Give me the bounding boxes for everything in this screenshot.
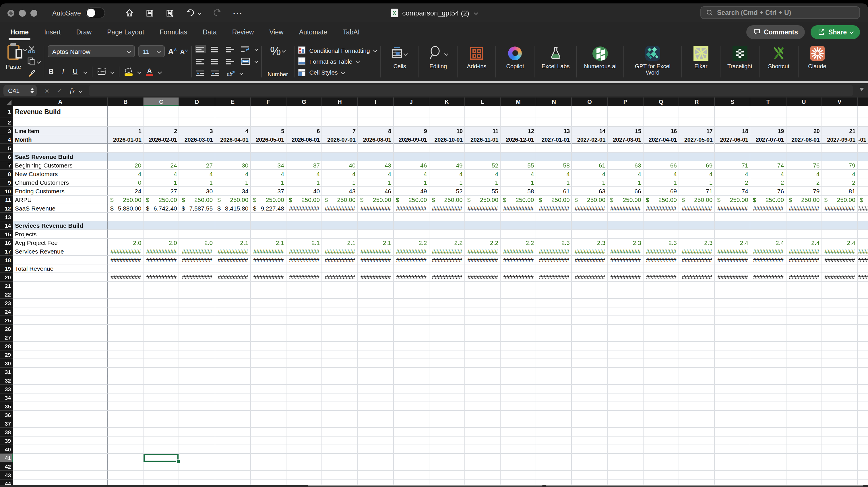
cell-W8[interactable]: [858, 170, 868, 178]
cell-C8[interactable]: 4: [144, 170, 179, 178]
cell-I12[interactable]: ##########: [358, 204, 394, 213]
cell-V23[interactable]: [822, 299, 858, 307]
cell-W3[interactable]: [858, 127, 868, 135]
cell-T35[interactable]: [751, 402, 786, 411]
cell-O29[interactable]: [572, 351, 608, 359]
cell-C43[interactable]: [144, 471, 179, 480]
cell-M34[interactable]: [501, 393, 536, 402]
cell-H9[interactable]: -1: [322, 178, 358, 187]
cell-H43[interactable]: [322, 471, 358, 480]
cell-V8[interactable]: 4: [822, 170, 858, 178]
cell-E28[interactable]: [215, 342, 251, 351]
cell-H32[interactable]: [322, 376, 358, 385]
row-header-28[interactable]: 28: [0, 342, 13, 351]
cell-U32[interactable]: [786, 376, 822, 385]
cell-G5[interactable]: [286, 144, 322, 153]
cell-N43[interactable]: [536, 471, 572, 480]
cell-O25[interactable]: [572, 316, 608, 325]
row-header-11[interactable]: 11: [0, 196, 13, 204]
cell-W9[interactable]: [858, 178, 868, 187]
cell-F7[interactable]: 34: [251, 161, 286, 170]
cell-K24[interactable]: [429, 307, 465, 316]
cell-D33[interactable]: [179, 385, 215, 393]
cell-S35[interactable]: [715, 402, 750, 411]
cell-W31[interactable]: [858, 368, 868, 376]
cell-V29[interactable]: [822, 351, 858, 359]
cell-T15[interactable]: [751, 230, 786, 239]
cell-K27[interactable]: [429, 333, 465, 342]
cell-F3[interactable]: 5: [251, 127, 286, 135]
cell-A33[interactable]: [13, 385, 108, 393]
cell-M2[interactable]: [501, 118, 536, 127]
cell-N19[interactable]: [536, 264, 572, 273]
cell-U5[interactable]: [786, 144, 822, 153]
cell-P3[interactable]: 15: [608, 127, 643, 135]
cell-E24[interactable]: [215, 307, 251, 316]
cell-L37[interactable]: [465, 419, 501, 428]
cell-U9[interactable]: -2: [786, 178, 822, 187]
cell-K6[interactable]: [429, 153, 465, 161]
cell-W37[interactable]: [858, 419, 868, 428]
cell-K16[interactable]: 2.2: [429, 239, 465, 247]
cell-Q43[interactable]: [644, 471, 679, 480]
cell-K3[interactable]: 10: [429, 127, 465, 135]
row-header-31[interactable]: 31: [0, 368, 13, 376]
cell-E21[interactable]: [215, 282, 251, 290]
cell-G13[interactable]: [286, 213, 322, 221]
cell-M28[interactable]: [501, 342, 536, 351]
cell-U8[interactable]: 4: [786, 170, 822, 178]
cell-P43[interactable]: [608, 471, 643, 480]
cell-P37[interactable]: [608, 419, 643, 428]
row-header-15[interactable]: 15: [0, 230, 13, 239]
cell-R2[interactable]: [679, 118, 715, 127]
cell-E14[interactable]: [215, 221, 251, 230]
column-header-J[interactable]: J: [394, 98, 429, 106]
cell-A13[interactable]: [13, 213, 108, 221]
cell-F23[interactable]: [251, 299, 286, 307]
cell-O7[interactable]: 61: [572, 161, 608, 170]
cell-T23[interactable]: [751, 299, 786, 307]
cell-M32[interactable]: [501, 376, 536, 385]
cell-O8[interactable]: 4: [572, 170, 608, 178]
cell-I38[interactable]: [358, 428, 394, 436]
cell-T19[interactable]: [751, 264, 786, 273]
cell-R13[interactable]: [679, 213, 715, 221]
cell-F25[interactable]: [251, 316, 286, 325]
cell-P27[interactable]: [608, 333, 643, 342]
cell-G24[interactable]: [286, 307, 322, 316]
cell-E3[interactable]: 4: [215, 127, 251, 135]
cell-N20[interactable]: ##########: [536, 273, 572, 282]
cell-C41[interactable]: [144, 454, 179, 462]
wrap-text-icon[interactable]: [240, 45, 251, 53]
cell-A24[interactable]: [13, 307, 108, 316]
cell-K11[interactable]: $250.00: [429, 196, 465, 204]
cell-N17[interactable]: ##########: [536, 247, 572, 256]
cell-A26[interactable]: [13, 325, 108, 333]
cell-K42[interactable]: [429, 462, 465, 471]
column-header-D[interactable]: D: [179, 98, 215, 106]
cell-P6[interactable]: [608, 153, 643, 161]
cell-E12[interactable]: $8,415.80: [215, 204, 251, 213]
cell-A18[interactable]: [13, 256, 108, 264]
cell-D19[interactable]: [179, 264, 215, 273]
cell-T26[interactable]: [751, 325, 786, 333]
cell-O15[interactable]: [572, 230, 608, 239]
tracelight-button[interactable]: Tracelight: [724, 43, 756, 80]
redo-button[interactable]: [212, 8, 222, 18]
cell-B13[interactable]: [108, 213, 144, 221]
cell-O26[interactable]: [572, 325, 608, 333]
cell-F29[interactable]: [251, 351, 286, 359]
cell-N39[interactable]: [536, 436, 572, 445]
cell-R18[interactable]: ##########: [679, 256, 715, 264]
cell-F38[interactable]: [251, 428, 286, 436]
cell-P1[interactable]: [608, 106, 643, 118]
cell-O34[interactable]: [572, 393, 608, 402]
row-header-23[interactable]: 23: [0, 299, 13, 307]
cell-D23[interactable]: [179, 299, 215, 307]
close-window-button[interactable]: [7, 9, 14, 17]
cell-B30[interactable]: [108, 359, 144, 368]
cell-S33[interactable]: [715, 385, 750, 393]
cell-S9[interactable]: -2: [715, 178, 750, 187]
cell-Q39[interactable]: [644, 436, 679, 445]
cell-U35[interactable]: [786, 402, 822, 411]
